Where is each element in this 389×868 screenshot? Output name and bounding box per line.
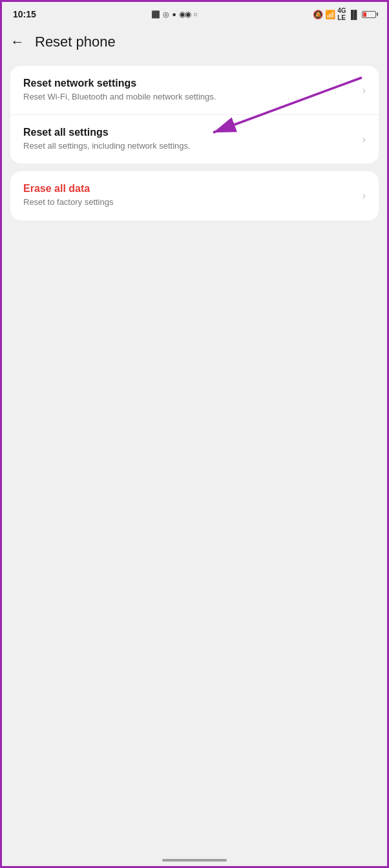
signal-icon: ▐▌ xyxy=(348,10,360,19)
home-indicator xyxy=(162,859,227,862)
erase-all-data-item[interactable]: Erase all data Reset to factory settings… xyxy=(10,171,379,220)
reset-network-subtitle: Reset Wi-Fi, Bluetooth and mobile networ… xyxy=(23,91,357,103)
erase-all-chevron: › xyxy=(363,190,366,202)
back-button[interactable]: ← xyxy=(10,34,25,50)
erase-all-title: Erase all data xyxy=(23,183,357,195)
headset-icon: ● xyxy=(172,10,176,18)
circle-icon: ○ xyxy=(193,10,198,18)
reset-network-chevron: › xyxy=(363,85,366,96)
status-time: 10:15 xyxy=(13,9,36,19)
status-icons-right: 🔕 📶 4GLE ▐▌ xyxy=(313,7,376,21)
reset-all-settings-item[interactable]: Reset all settings Reset all settings, i… xyxy=(10,114,379,164)
page-title: Reset phone xyxy=(35,34,116,50)
status-bar: 10:15 ⬛ ◎ ● ◉◉ ○ 🔕 📶 4GLE ▐▌ xyxy=(0,0,389,26)
reset-all-text: Reset all settings Reset all settings, i… xyxy=(23,127,357,152)
reset-network-text: Reset network settings Reset Wi-Fi, Blue… xyxy=(23,78,357,103)
mute-icon: 🔕 xyxy=(313,10,323,19)
card-reset-options: Reset network settings Reset Wi-Fi, Blue… xyxy=(10,66,379,164)
reset-network-title: Reset network settings xyxy=(23,78,357,89)
status-icons-left: ⬛ ◎ ● ◉◉ ○ xyxy=(151,10,197,19)
battery-icon xyxy=(362,11,376,18)
reset-all-subtitle: Reset all settings, including network se… xyxy=(23,140,357,152)
main-content: Reset network settings Reset Wi-Fi, Blue… xyxy=(0,61,389,226)
network-icon: 4GLE xyxy=(337,7,346,21)
reset-all-title: Reset all settings xyxy=(23,127,357,138)
eye-icon: ◎ xyxy=(163,10,169,19)
media-icon: ◉◉ xyxy=(179,10,191,19)
sim-icon: ⬛ xyxy=(151,10,160,19)
wifi-icon: 📶 xyxy=(325,10,335,19)
card-erase: Erase all data Reset to factory settings… xyxy=(10,171,379,220)
erase-all-text: Erase all data Reset to factory settings xyxy=(23,183,357,208)
reset-all-chevron: › xyxy=(363,134,366,145)
reset-network-settings-item[interactable]: Reset network settings Reset Wi-Fi, Blue… xyxy=(10,66,379,114)
erase-all-subtitle: Reset to factory settings xyxy=(23,196,357,208)
header: ← Reset phone xyxy=(0,26,389,61)
